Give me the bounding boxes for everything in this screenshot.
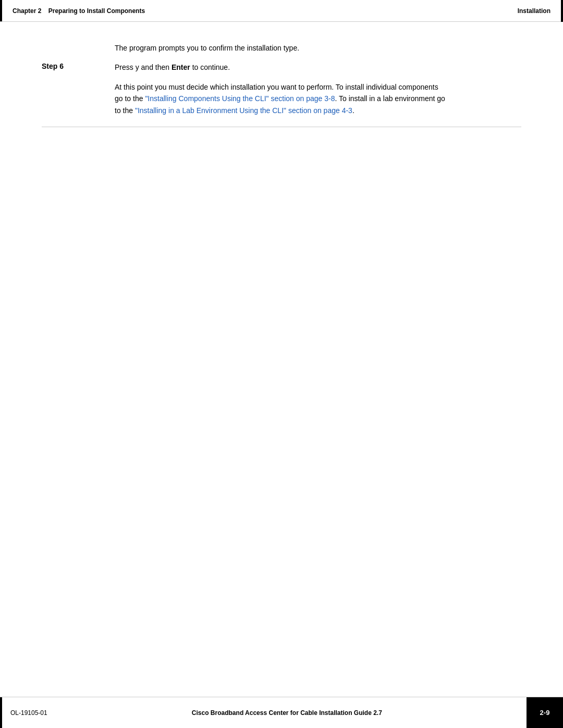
header-right: Installation	[518, 7, 561, 15]
description-line2-after: . To install in a lab environment go	[335, 94, 445, 103]
description-line3-before: to the	[115, 106, 135, 115]
step-label: Step 6	[42, 62, 115, 70]
step-text-middle: and then	[139, 63, 172, 71]
footer-page-number: 2-9	[527, 697, 563, 728]
step-text-before: Press	[115, 63, 136, 71]
description-line1: At this point you must decide which inst…	[115, 83, 438, 91]
step-text-after: to continue.	[190, 63, 230, 71]
content-area: The program prompts you to confirm the i…	[0, 22, 563, 697]
link-installing-components[interactable]: "Installing Components Using the CLI" se…	[145, 94, 335, 103]
step-number: Step 6	[42, 62, 64, 70]
description-line3-after: .	[352, 106, 354, 115]
description-line2-before: go to the	[115, 94, 145, 103]
footer-doc-name: Cisco Broadband Access Center for Cable …	[47, 709, 527, 717]
page-header: Chapter 2 Preparing to Install Component…	[0, 0, 563, 22]
page-container: Chapter 2 Preparing to Install Component…	[0, 0, 563, 728]
section-divider	[42, 127, 521, 127]
description-paragraph: At this point you must decide which inst…	[115, 81, 521, 116]
page-footer: OL-19105-01 Cisco Broadband Access Cente…	[0, 697, 563, 728]
section-title: Installation	[518, 7, 550, 15]
header-chapter: Chapter 2 Preparing to Install Component…	[2, 7, 518, 15]
link-installing-lab[interactable]: "Installing in a Lab Environment Using t…	[135, 106, 352, 115]
intro-text: The program prompts you to confirm the i…	[115, 44, 299, 52]
header-right-bar	[561, 0, 563, 22]
step-row: Step 6 Press y and then Enter to continu…	[42, 62, 521, 73]
key-y: y	[136, 63, 139, 71]
step-content: Press y and then Enter to continue.	[115, 62, 521, 73]
footer-doc-number: OL-19105-01	[2, 709, 47, 717]
key-enter: Enter	[172, 63, 190, 71]
chapter-title: Preparing to Install Components	[48, 7, 145, 15]
chapter-number: Chapter 2	[13, 7, 41, 15]
intro-paragraph: The program prompts you to confirm the i…	[115, 43, 521, 54]
